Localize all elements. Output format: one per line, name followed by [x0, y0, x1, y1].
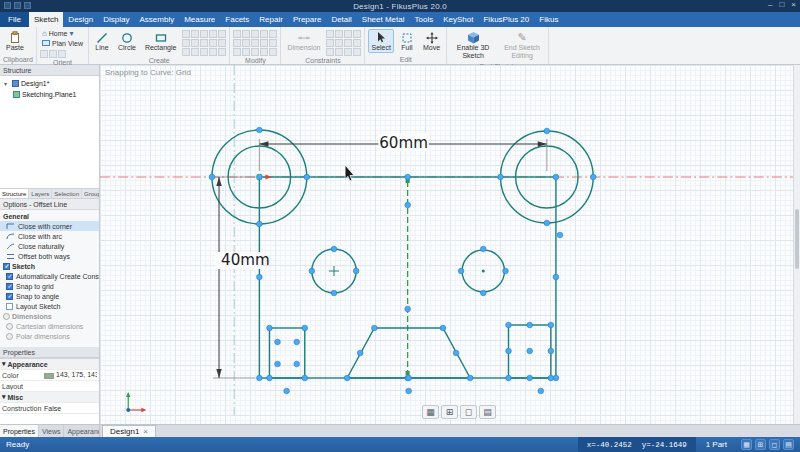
option-close-with-arc[interactable]: Close with arc: [0, 231, 99, 241]
menu-tab-design[interactable]: Design: [63, 12, 98, 27]
status-layers-icon[interactable]: ▤: [783, 439, 794, 450]
status-view-icon[interactable]: ◻: [769, 439, 780, 450]
ribbon-group-edit: Select Full Move Edit: [365, 27, 447, 64]
menu-tab-display[interactable]: Display: [98, 12, 134, 27]
document-tab-design1[interactable]: Design1 ×: [102, 425, 156, 437]
polar-dimensions-radio[interactable]: [6, 333, 13, 340]
green-line-bottom-handle[interactable]: [406, 371, 410, 375]
bottom-tab-properties[interactable]: Properties: [0, 425, 39, 437]
document-tab-close-icon[interactable]: ×: [143, 427, 148, 436]
tab-layers[interactable]: Layers: [29, 189, 52, 198]
expander-icon[interactable]: ▾: [4, 80, 10, 87]
enable-3d-sketch-button[interactable]: Enable 3D Sketch: [450, 29, 496, 62]
home-dropdown-icon[interactable]: ▾: [70, 29, 74, 38]
option-snap-to-angle[interactable]: Snap to angle: [0, 291, 99, 301]
color-property-row[interactable]: Color 143, 175, 143: [0, 370, 99, 381]
construction-property-row[interactable]: Construction False: [0, 403, 99, 414]
option-close-with-corner[interactable]: Close with corner: [0, 221, 99, 231]
tab-groups[interactable]: Groups: [82, 189, 99, 198]
paste-button[interactable]: Paste: [3, 29, 27, 53]
layout-sketch-checkbox[interactable]: [6, 303, 13, 310]
snap-to-grid-checkbox[interactable]: [6, 283, 13, 290]
circle-button[interactable]: Circle: [115, 29, 139, 53]
menu-tab-repair[interactable]: Repair: [254, 12, 288, 27]
menu-tab-keyshot[interactable]: KeyShot: [438, 12, 478, 27]
save-icon[interactable]: [4, 2, 11, 9]
end-sketch-editing-button[interactable]: ✎ End Sketch Editing: [499, 29, 545, 62]
canvas-snap-toggle[interactable]: ◻: [460, 405, 477, 419]
layout-property-row[interactable]: Layout: [0, 381, 99, 392]
status-grid-icon[interactable]: ▦: [741, 439, 752, 450]
canvas-toolbar: ▦ ⊞ ◻ ▤: [422, 405, 496, 419]
dim-width-label[interactable]: 60mm: [379, 134, 428, 152]
tree-item-design1[interactable]: ▾ Design1*: [0, 78, 99, 89]
sketch-canvas[interactable]: Snapping to Curve: Grid: [100, 65, 800, 424]
redo-icon[interactable]: [24, 2, 31, 9]
bottom-left-rectangle[interactable]: [269, 328, 304, 378]
option-cartesian-dimensions[interactable]: Cartesian dimensions: [0, 321, 99, 331]
option-close-naturally[interactable]: Close naturally: [0, 241, 99, 251]
menu-tab-tools[interactable]: Tools: [410, 12, 439, 27]
menu-tab-facets[interactable]: Facets: [220, 12, 254, 27]
plan-view-button[interactable]: Plan View: [40, 39, 85, 48]
canvas-layers-toggle[interactable]: ▤: [479, 405, 496, 419]
menu-tab-measure[interactable]: Measure: [179, 12, 220, 27]
status-bar-icons: ▦ ⊞ ◻ ▤: [741, 439, 794, 450]
dim-height-label[interactable]: 40mm: [221, 251, 270, 269]
minimize-button[interactable]: –: [768, 0, 772, 9]
close-corner-icon: [6, 223, 15, 230]
menu-tab-sheet-metal[interactable]: Sheet Metal: [357, 12, 410, 27]
canvas-grid-toggle[interactable]: ▦: [422, 405, 439, 419]
vertical-scrollbar-thumb[interactable]: [795, 209, 799, 269]
coordinate-x: x=-40.2452: [587, 441, 632, 449]
status-plane-icon[interactable]: ⊞: [755, 439, 766, 450]
dimensions-section-label: Dimensions: [0, 311, 99, 321]
menu-tab-sketch[interactable]: Sketch: [29, 12, 63, 27]
menu-tab-fikus[interactable]: Fikus: [534, 12, 563, 27]
dimension-button[interactable]: Dimension: [284, 29, 323, 53]
appearance-collapse-icon[interactable]: ▾: [2, 360, 6, 368]
move-button[interactable]: Move: [420, 29, 443, 53]
misc-collapse-icon[interactable]: ▾: [2, 393, 6, 401]
menu-tab-file[interactable]: File: [0, 12, 29, 27]
color-swatch[interactable]: [44, 373, 54, 379]
constraint-tools-grid[interactable]: [326, 29, 361, 56]
option-snap-to-grid[interactable]: Snap to grid: [0, 281, 99, 291]
close-button[interactable]: ×: [791, 0, 796, 9]
menu-tab-assembly[interactable]: Assembly: [135, 12, 180, 27]
create-tools-grid[interactable]: [182, 29, 226, 56]
home-button[interactable]: ⌂ Home ▾: [40, 29, 85, 38]
cartesian-dimensions-radio[interactable]: [6, 323, 13, 330]
menu-tab-detail[interactable]: Detail: [326, 12, 356, 27]
trapezoid[interactable]: [347, 328, 470, 378]
option-offset-both-ways[interactable]: Offset both ways: [0, 251, 99, 261]
menu-tab-fikusplus-20[interactable]: FikusPlus 20: [478, 12, 534, 27]
dimension-60mm[interactable]: 60mm: [259, 133, 546, 171]
misc-category-row[interactable]: ▾ Misc: [0, 392, 99, 403]
menu-tab-prepare[interactable]: Prepare: [288, 12, 326, 27]
option-auto-constraints[interactable]: Automatically Create Constraints: [0, 271, 99, 281]
bottom-tab-views[interactable]: Views: [39, 425, 65, 437]
snap-to-angle-checkbox[interactable]: [6, 293, 13, 300]
tab-selection[interactable]: Selection: [52, 189, 82, 198]
vertical-scrollbar[interactable]: [793, 65, 800, 424]
coordinate-triad: [126, 392, 146, 412]
rectangle-button[interactable]: Rectangle: [142, 29, 180, 53]
auto-constraints-checkbox[interactable]: [6, 273, 13, 280]
appearance-category-row[interactable]: ▾ Appearance: [0, 359, 99, 370]
maximize-button[interactable]: □: [779, 0, 784, 9]
tree-item-sketching-plane1[interactable]: Sketching.Plane1: [0, 89, 99, 100]
modify-tools-grid[interactable]: [233, 29, 277, 56]
group-label-constraints: Constraints: [284, 56, 361, 65]
canvas-plane-toggle[interactable]: ⊞: [441, 405, 458, 419]
undo-icon[interactable]: [14, 2, 21, 9]
line-button[interactable]: Line: [92, 29, 112, 53]
sketch-drawing[interactable]: 60mm 40mm: [100, 65, 800, 424]
full-button[interactable]: Full: [397, 29, 417, 53]
bottom-tab-appearance[interactable]: Appearance: [64, 425, 100, 437]
select-button[interactable]: Select: [368, 29, 393, 53]
option-layout-sketch[interactable]: Layout Sketch: [0, 301, 99, 311]
option-polar-dimensions[interactable]: Polar dimensions: [0, 331, 99, 341]
tab-structure[interactable]: Structure: [0, 189, 29, 198]
orient-tools-grid[interactable]: [40, 49, 85, 58]
